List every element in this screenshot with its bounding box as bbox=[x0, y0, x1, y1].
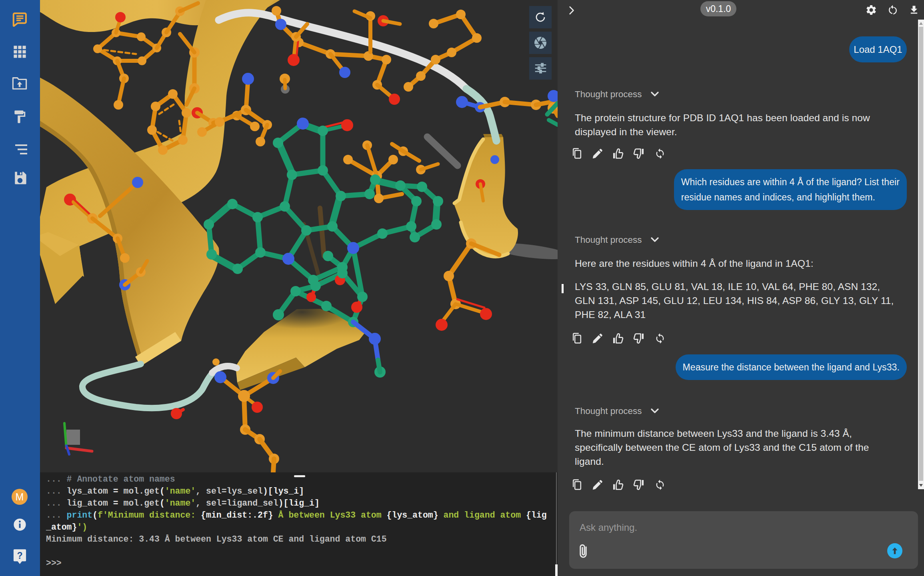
svg-text:?: ? bbox=[17, 550, 22, 561]
